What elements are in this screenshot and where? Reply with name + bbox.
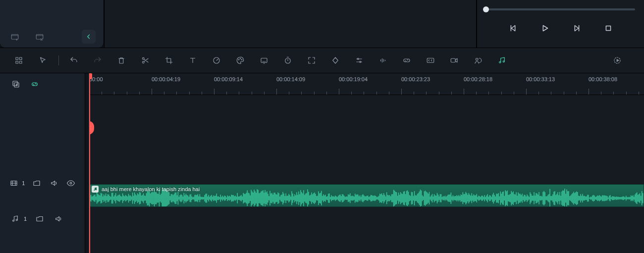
render-button[interactable] — [609, 52, 625, 68]
link-icon — [402, 56, 411, 65]
keyframe-button[interactable] — [327, 52, 343, 68]
video-track-index: 1 — [22, 180, 25, 186]
svg-rect-78 — [134, 193, 135, 204]
svg-rect-134 — [190, 195, 190, 202]
redo-button[interactable] — [90, 52, 106, 68]
svg-rect-306 — [360, 195, 360, 201]
svg-rect-252 — [306, 193, 307, 203]
svg-rect-493 — [544, 192, 545, 204]
playhead[interactable] — [89, 73, 90, 253]
svg-rect-295 — [349, 195, 349, 202]
svg-rect-0 — [11, 35, 18, 40]
svg-point-11 — [238, 59, 239, 60]
redo-icon — [93, 56, 102, 65]
link-button[interactable] — [399, 52, 415, 68]
svg-rect-326 — [379, 194, 380, 202]
adjust-button[interactable] — [351, 52, 367, 68]
progress-thumb[interactable] — [483, 6, 489, 12]
audio-track-mute-button[interactable] — [53, 213, 64, 225]
new-folder-button[interactable] — [8, 30, 22, 44]
select-tool-button[interactable] — [35, 52, 51, 68]
svg-rect-174 — [229, 196, 229, 201]
undo-button[interactable] — [66, 52, 82, 68]
color-button[interactable] — [232, 52, 248, 68]
svg-rect-263 — [317, 196, 318, 201]
audio-clip[interactable]: aaj bhi mere khayalon ki tapish zinda ha… — [89, 184, 644, 207]
svg-rect-260 — [314, 193, 315, 204]
svg-rect-195 — [250, 196, 250, 201]
svg-rect-319 — [373, 196, 373, 201]
svg-rect-112 — [168, 192, 168, 205]
video-track-icon-button[interactable] — [9, 177, 19, 189]
svg-rect-268 — [322, 196, 322, 201]
layout-button[interactable] — [11, 52, 27, 68]
audio-adjust-button[interactable] — [375, 52, 391, 68]
auto-ripple-button[interactable] — [29, 78, 41, 90]
collapse-panel-button[interactable] — [82, 30, 96, 44]
add-track-button[interactable] — [10, 78, 22, 90]
svg-rect-428 — [481, 197, 481, 200]
timeline-ruler[interactable]: 00:0000:00:04:1900:00:09:1400:00:14:0900… — [89, 73, 644, 95]
step-forward-button[interactable] — [569, 21, 584, 36]
voice-button[interactable] — [470, 52, 486, 68]
svg-rect-175 — [230, 197, 230, 200]
svg-rect-526 — [577, 192, 578, 204]
svg-rect-80 — [136, 196, 137, 201]
split-button[interactable] — [137, 52, 153, 68]
duration-button[interactable] — [280, 52, 296, 68]
svg-rect-373 — [426, 192, 427, 204]
svg-rect-577 — [628, 197, 628, 199]
svg-rect-452 — [504, 196, 505, 201]
video-track-mute-button[interactable] — [49, 177, 59, 189]
svg-rect-139 — [195, 195, 195, 202]
subtitle-button[interactable] — [423, 52, 438, 68]
svg-rect-180 — [235, 196, 235, 201]
play-button[interactable] — [537, 21, 552, 36]
svg-rect-410 — [463, 192, 463, 204]
svg-rect-207 — [262, 191, 262, 205]
stop-button[interactable] — [601, 21, 616, 36]
ruler-label: 00:00:33:13 — [526, 76, 555, 82]
svg-rect-286 — [340, 195, 340, 202]
audio-track-lock-button[interactable] — [34, 213, 46, 225]
caption-button[interactable] — [256, 52, 272, 68]
svg-rect-560 — [611, 197, 611, 199]
progress-slider[interactable] — [486, 5, 635, 14]
text-button[interactable] — [185, 52, 201, 68]
record-button[interactable] — [446, 52, 462, 68]
caption-icon — [260, 56, 268, 65]
music-button[interactable] — [494, 52, 510, 68]
delete-button[interactable] — [113, 52, 129, 68]
svg-rect-211 — [266, 193, 266, 204]
step-forward-icon — [571, 23, 582, 34]
stopwatch-icon — [283, 56, 292, 65]
fit-button[interactable] — [304, 52, 320, 68]
speed-button[interactable] — [209, 52, 224, 68]
svg-rect-257 — [311, 193, 312, 204]
svg-rect-90 — [146, 193, 147, 203]
svg-rect-506 — [557, 192, 558, 204]
svg-rect-267 — [321, 191, 322, 205]
svg-rect-145 — [201, 197, 201, 200]
playhead-cap[interactable] — [89, 73, 92, 79]
video-track-visible-button[interactable] — [66, 177, 76, 189]
svg-rect-170 — [225, 196, 226, 201]
step-back-button[interactable] — [506, 21, 521, 36]
svg-rect-54 — [110, 197, 111, 200]
svg-rect-329 — [382, 195, 383, 202]
svg-rect-467 — [519, 194, 519, 202]
svg-rect-316 — [370, 196, 370, 200]
svg-rect-153 — [209, 195, 209, 202]
svg-rect-471 — [523, 197, 523, 200]
video-track-lock-button[interactable] — [32, 177, 42, 189]
svg-rect-482 — [534, 192, 534, 204]
crop-button[interactable] — [161, 52, 177, 68]
audio-track-icon-button[interactable] — [9, 213, 21, 225]
delete-folder-button[interactable] — [33, 30, 47, 44]
svg-rect-240 — [294, 194, 295, 202]
svg-rect-321 — [375, 196, 375, 201]
track-body[interactable]: 00:0000:00:04:1900:00:09:1400:00:14:0900… — [89, 73, 644, 253]
svg-rect-118 — [174, 194, 174, 202]
svg-rect-216 — [270, 194, 271, 203]
svg-rect-47 — [104, 195, 104, 202]
